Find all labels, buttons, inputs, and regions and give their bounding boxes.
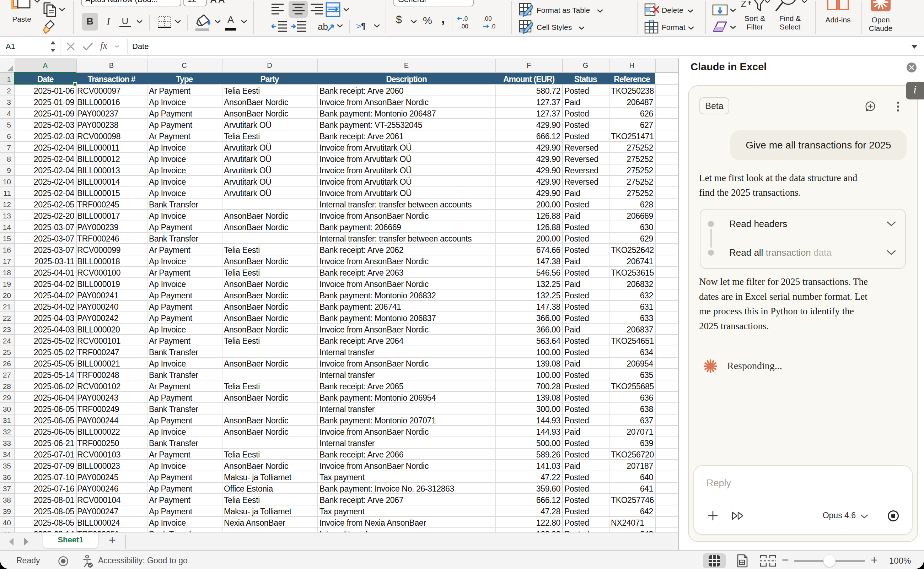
svg-text:.00: .00 xyxy=(460,23,468,30)
svg-text:Z: Z xyxy=(741,0,746,9)
svg-text:.00: .00 xyxy=(483,15,492,22)
svg-text:.0: .0 xyxy=(491,23,496,30)
svg-text:.0: .0 xyxy=(463,15,468,22)
svg-text:ab: ab xyxy=(318,21,328,32)
